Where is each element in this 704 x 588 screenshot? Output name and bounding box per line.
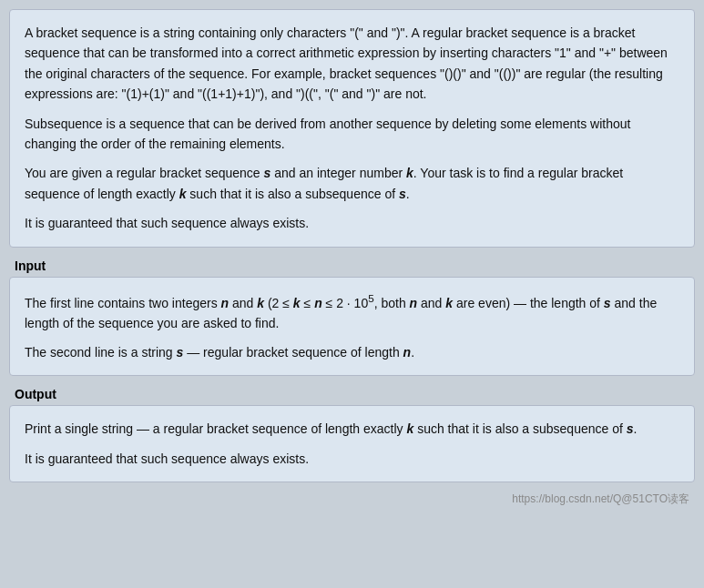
input-para1: The first line contains two integers n a…: [25, 290, 679, 333]
input-label: Input: [9, 255, 695, 277]
output-para2: It is guaranteed that such sequence alwa…: [25, 449, 679, 469]
desc-para4: It is guaranteed that such sequence alwa…: [25, 213, 679, 233]
output-label: Output: [9, 383, 695, 405]
output-para1: Print a single string — a regular bracke…: [25, 419, 679, 439]
description-box: A bracket sequence is a string containin…: [9, 9, 695, 248]
output-section: Output Print a single string — a regular…: [9, 383, 695, 482]
input-para2: The second line is a string s — regular …: [25, 342, 679, 362]
output-box: Print a single string — a regular bracke…: [9, 405, 695, 482]
desc-para3: You are given a regular bracket sequence…: [25, 163, 679, 204]
input-box: The first line contains two integers n a…: [9, 277, 695, 377]
watermark: https://blog.csdn.net/Q@51CTO读客: [9, 490, 695, 509]
desc-para1: A bracket sequence is a string containin…: [25, 23, 679, 105]
input-section: Input The first line contains two intege…: [9, 255, 695, 377]
desc-para2: Subsequence is a sequence that can be de…: [25, 114, 679, 155]
